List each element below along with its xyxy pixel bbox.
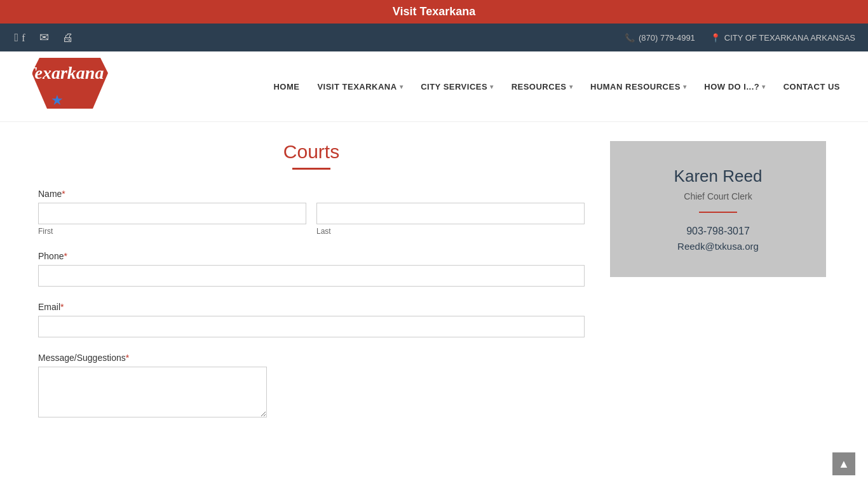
header-contact-info: 📞 (870) 779-4991 📍 CITY OF TEXARKANA ARK… xyxy=(625,33,855,43)
name-fields-row: First Last xyxy=(38,203,585,236)
form-section: Courts Name* First Last Phone* xyxy=(38,141,585,435)
last-sublabel: Last xyxy=(316,227,585,236)
nav-item-visit[interactable]: VISIT TEXARKANA ▾ xyxy=(308,76,412,98)
facebook-icon[interactable]:  f xyxy=(13,31,27,44)
email-input[interactable] xyxy=(38,316,585,337)
email-label: Email* xyxy=(38,302,585,312)
card-divider xyxy=(699,212,737,213)
contact-card: Karen Reed Chief Court Clerk 903-798-301… xyxy=(610,141,826,277)
site-logo: Texarkana ★ xyxy=(19,58,133,115)
contact-email-address: Reedk@txkusa.org xyxy=(629,241,807,252)
nav-item-resources[interactable]: RESOURCES ▾ xyxy=(503,76,581,98)
nav-item-how-do-i[interactable]: HOW DO I...? ▾ xyxy=(695,76,774,98)
chevron-down-icon: ▾ xyxy=(569,83,573,90)
secondary-bar:  f ✉ 🖨 📞 (870) 779-4991 📍 CITY OF TEXAR… xyxy=(0,24,868,51)
last-name-wrap: Last xyxy=(316,203,585,236)
contact-phone-number: 903-798-3017 xyxy=(629,226,807,237)
title-divider xyxy=(292,168,330,170)
location-text: CITY OF TEXARKANA ARKANSAS xyxy=(724,33,855,43)
last-name-input[interactable] xyxy=(316,203,585,224)
chevron-down-icon: ▾ xyxy=(490,83,494,90)
phone-label: Phone* xyxy=(38,251,585,261)
name-field-group: Name* First Last xyxy=(38,189,585,236)
chevron-down-icon: ▾ xyxy=(762,83,766,90)
first-sublabel: First xyxy=(38,227,306,236)
phone-info: 📞 (870) 779-4991 xyxy=(625,33,695,43)
message-textarea[interactable] xyxy=(38,367,267,417)
location-icon: 📍 xyxy=(710,33,721,43)
nav-item-city-services[interactable]: CITY SERVICES ▾ xyxy=(412,76,503,98)
main-nav: HOME VISIT TEXARKANA ▾ CITY SERVICES ▾ R… xyxy=(159,76,849,98)
contact-person-name: Karen Reed xyxy=(629,166,807,186)
location-info: 📍 CITY OF TEXARKANA ARKANSAS xyxy=(710,33,855,43)
nav-item-home[interactable]: HOME xyxy=(264,76,308,98)
phone-number: (870) 779-4991 xyxy=(639,33,695,43)
phone-input[interactable] xyxy=(38,265,585,287)
top-banner-text: Visit Texarkana xyxy=(393,5,475,18)
email-icon[interactable]: ✉ xyxy=(37,30,51,44)
email-field-group: Email* xyxy=(38,302,585,337)
page-title: Courts xyxy=(38,141,585,163)
print-icon[interactable]: 🖨 xyxy=(61,31,75,44)
message-field-group: Message/Suggestions* xyxy=(38,353,585,420)
scroll-to-top-button[interactable]: ▲ xyxy=(832,452,855,475)
name-label: Name* xyxy=(38,189,585,199)
site-header: Texarkana ★ HOME VISIT TEXARKANA ▾ CITY … xyxy=(0,51,868,122)
phone-field-group: Phone* xyxy=(38,251,585,287)
chevron-down-icon: ▾ xyxy=(683,83,687,90)
top-banner: Visit Texarkana xyxy=(0,0,868,24)
main-content: Courts Name* First Last Phone* xyxy=(0,122,868,454)
nav-item-contact[interactable]: CONTACT US xyxy=(775,76,849,98)
first-name-wrap: First xyxy=(38,203,306,236)
logo-area[interactable]: Texarkana ★ xyxy=(19,58,159,115)
first-name-input[interactable] xyxy=(38,203,306,224)
chevron-down-icon: ▾ xyxy=(400,83,403,90)
social-icons-group:  f ✉ 🖨 xyxy=(13,30,75,44)
nav-item-human-resources[interactable]: HUMAN RESOURCES ▾ xyxy=(581,76,695,98)
message-label: Message/Suggestions* xyxy=(38,353,585,363)
phone-icon: 📞 xyxy=(625,33,635,43)
contact-person-title: Chief Court Clerk xyxy=(629,191,807,201)
